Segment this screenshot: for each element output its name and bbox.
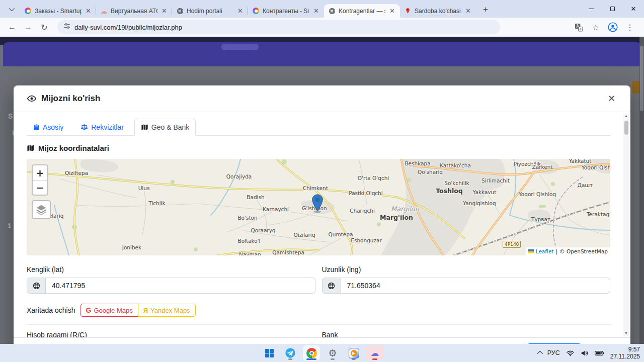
tab-title: Заказы - Smartup [35,8,82,15]
modal-title: Mijozni ko'rish [27,94,100,104]
map-place-label: Chariqchi [350,208,375,214]
taskbar-icon-cloud-app[interactable]: ☁ [366,345,383,360]
clock[interactable]: 9:57 27.11.2025 [610,346,640,360]
browser-tab[interactable]: Контрагенты - Smartup ✕ [248,4,324,18]
page-scrollbar[interactable] [639,37,644,344]
scales-icon [80,124,88,131]
map-place-label: Qizilariq [294,232,315,238]
map-place-label: Sirlimachit [481,177,510,184]
map-place-label: Yakkavut [473,189,497,195]
hidden-icons-chevron[interactable] [537,351,543,356]
bank-label: Bank [322,331,611,337]
taskbar-icon-settings[interactable]: ⚙ [324,345,341,360]
scroll-down-icon[interactable]: ▼ [624,331,628,336]
taskbar-icon-telegram[interactable] [282,345,299,360]
forward-button[interactable]: → [21,20,35,34]
tab-close-icon[interactable]: ✕ [236,7,244,15]
language-indicator[interactable]: РУС [547,349,560,356]
start-button[interactable] [261,345,278,360]
pin-favicon-icon [404,7,412,15]
browser-tab[interactable]: ☁ Виртуальная АТС ✕ [96,4,172,18]
map-place-label: O'rta O'qchi [358,175,389,181]
wifi-icon[interactable] [566,350,575,356]
road-ref-badge: 4P140 [503,241,521,248]
volume-icon[interactable] [581,350,589,356]
translate-icon[interactable]: Aa [574,22,584,32]
new-tab-button[interactable]: + [479,3,492,16]
coordinates-row: Kenglik (lat) Uzunlik (lng) [27,265,610,294]
modal-scrollbar[interactable]: ▲ ▼ [623,114,629,336]
browser-tab[interactable]: Заказы - Smartup ✕ [20,4,96,18]
map-icon [27,144,35,152]
url-text[interactable]: daily-suvi.com/19l/public/mijozlar.php [74,24,182,31]
browser-tab[interactable]: Kontragentlar — stacked n ✕ [324,4,400,18]
chevron-down-icon [9,6,15,11]
tab-close-icon[interactable]: ✕ [312,7,320,15]
page-scrollbar-thumb[interactable] [640,46,643,111]
modal-header: Mijozni ko'rish ✕ [14,85,630,112]
map-place-label: Zarkent [532,164,553,170]
open-in-map-row: Xaritada ochish G Google Maps Я Yandex M… [27,304,610,317]
maximize-icon [610,7,615,11]
address-bar[interactable]: daily-suvi.com/19l/public/mijozlar.php [57,20,500,34]
map-place-label: Qoraaryq [251,227,275,233]
ukraine-flag-icon [528,249,534,253]
modal-scrollbar-thumb[interactable] [624,121,628,135]
tab-close-icon[interactable]: ✕ [464,7,472,15]
browser-toolbar: ← → ↻ daily-suvi.com/19l/public/mijozlar… [0,18,644,37]
tab-rekvizitlar[interactable]: Rekvizitlar [74,119,130,136]
scroll-up-icon[interactable]: ▲ [624,114,628,119]
browser-tab[interactable]: Hodim portali ✕ [172,4,248,18]
tab-close-icon[interactable]: ✕ [160,7,168,15]
google-maps-button[interactable]: G Google Maps [80,304,138,317]
taskbar-center: ⚙ ▶ ☁ [261,344,383,362]
lng-input[interactable] [341,278,611,294]
back-button[interactable]: ← [5,20,19,34]
leaflet-link[interactable]: Leaflet [536,248,554,254]
tab-asosiy[interactable]: Asosiy [27,119,70,136]
leaflet-map[interactable]: QiziltepaQorajiydaBeshkapaO'rta O'qchiPi… [27,159,610,255]
map-place-label: Ulus [138,185,150,191]
open-in-map-label: Xaritada ochish [27,306,75,314]
site-info-icon[interactable] [63,23,70,32]
osm-attribution[interactable]: © OpenStreetMap [559,248,608,254]
minimize-button[interactable] [581,0,602,18]
section-title: Mijoz koordinatalari [27,144,610,152]
tab-geo-bank[interactable]: Geo & Bank [134,119,196,136]
yandex-ya-icon: Я [143,307,148,314]
yandex-maps-button[interactable]: Я Yandex Maps [138,304,196,317]
tab-close-icon[interactable]: ✕ [85,7,92,15]
lat-input-group [27,278,315,294]
close-window-button[interactable]: ✕ [623,0,644,18]
svg-text:a: a [579,27,581,31]
map-place-label: Eshonguzar [351,237,381,243]
taskbar-icon-chrome[interactable] [303,345,320,360]
map-place-label: Yoqori Qishloq [519,191,556,197]
tray-date: 27.11.2025 [610,353,640,360]
profile-avatar[interactable] [608,22,618,32]
bookmark-star-icon[interactable]: ☆ [591,22,601,32]
map-place-label: Chimkent [303,185,328,191]
zoom-in-button[interactable]: + [33,165,47,180]
lat-input[interactable] [46,278,315,294]
battery-charging-icon[interactable] [595,350,604,356]
tab-search-button[interactable] [4,2,18,16]
map-place-label: Qo'shariq [418,169,443,175]
map-marker-pin[interactable] [311,194,324,215]
map-place-label: Kattako'cha [440,162,471,168]
taskbar-icon-media[interactable]: ▶ [345,345,362,360]
media-player-icon: ▶ [349,348,359,358]
maximize-button[interactable] [602,0,623,18]
telegram-icon [285,347,296,358]
zoom-out-button[interactable]: − [33,180,47,195]
reload-button[interactable]: ↻ [37,20,51,34]
eye-icon [27,94,37,104]
menu-kebab-icon[interactable]: ⋮ [625,22,635,32]
dimmed-app-header [3,42,641,66]
modal-nav-tabs: Asosiy Rekvizitlar Geo & Bank [27,119,610,136]
browser-tab[interactable]: Sardoba ko'chasi, 335 — Y ✕ [400,4,476,18]
tab-close-icon[interactable]: ✕ [388,7,396,15]
gear-icon: ⚙ [328,347,337,358]
map-layers-control[interactable] [32,200,51,219]
modal-close-icon[interactable]: ✕ [606,91,617,106]
